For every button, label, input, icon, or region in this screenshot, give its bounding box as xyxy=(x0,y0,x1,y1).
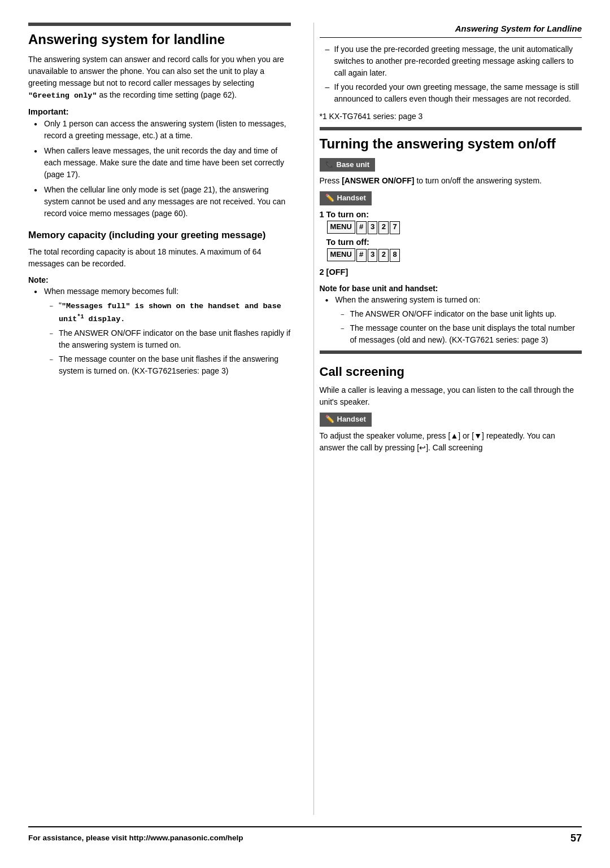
footer-text: For assistance, please visit http://www.… xyxy=(28,832,243,844)
turn-on-label: To turn on: MENU#327 xyxy=(326,209,582,234)
note-sub-bullets: The ANSWER ON/OFF indicator on the base … xyxy=(336,308,582,346)
key-2: 2 xyxy=(378,221,389,234)
note-base-handset-bullets: When the answering system is turned on: … xyxy=(320,294,582,346)
base-unit-body: Press [ANSWER ON/OFF] Press [ANSWER ON/O… xyxy=(320,175,582,187)
section-divider-3 xyxy=(320,350,582,354)
base-unit-icon: 📞 xyxy=(325,160,334,169)
section1-intro: The answering system can answer and reco… xyxy=(28,54,291,102)
step-2-number: 2 xyxy=(320,266,324,278)
important-label: Important: xyxy=(28,106,291,118)
bullet-item: When callers leave messages, the unit re… xyxy=(34,145,291,181)
note-base-handset: Note for base unit and handset: xyxy=(320,283,582,294)
sub-bullet-item: ""Messages full" is shown on the handset… xyxy=(50,300,291,325)
handset-body: To adjust the speaker volume, press [▲] … xyxy=(320,430,582,454)
call-screening-body: While a caller is leaving a message, you… xyxy=(320,384,582,408)
menu-key-2: MENU xyxy=(327,248,355,261)
handset-badge: ✏️ Handset xyxy=(320,191,372,205)
note-label: Note: xyxy=(28,274,291,286)
key-hash-2: # xyxy=(356,249,367,262)
note-bullet: When the answering system is turned on: … xyxy=(325,294,582,346)
section1-title: Answering system for landline xyxy=(28,32,291,48)
right-bullet-2: If you recorded your own greeting messag… xyxy=(325,81,582,105)
step-2-row: 2 [OFF] xyxy=(320,266,582,278)
note-sub-bullet-1: The ANSWER ON/OFF indicator on the base … xyxy=(341,308,582,320)
step-1-number: 1 xyxy=(320,209,324,262)
handset-icon: ✏️ xyxy=(325,193,334,204)
base-unit-badge: 📞 Base unit xyxy=(320,158,376,172)
handset-icon-2: ✏️ xyxy=(325,414,334,425)
step-1-row: 1 To turn on: MENU#327 To turn off: MENU… xyxy=(320,209,582,262)
step-2-content: [OFF] xyxy=(326,266,582,278)
menu-key: MENU xyxy=(327,221,355,234)
note-bullet-item: When message memory becomes full: ""Mess… xyxy=(34,286,291,377)
left-column: Answering system for landline The answer… xyxy=(28,23,297,815)
handset-badge-2: ✏️ Handset xyxy=(320,413,372,427)
right-intro-bullets: If you use the pre-recorded greeting mes… xyxy=(320,43,582,105)
note-sub-bullet-2: The message counter on the base unit dis… xyxy=(341,322,582,346)
key-3b: 3 xyxy=(368,249,378,262)
key-3: 3 xyxy=(368,221,378,234)
page-number: 57 xyxy=(570,831,582,845)
key-hash: # xyxy=(356,221,367,234)
section-divider-1 xyxy=(28,23,291,26)
sub-bullet-item: The message counter on the base unit fla… xyxy=(50,353,291,377)
section-divider-2 xyxy=(320,127,582,130)
right-header: Answering System for Landline xyxy=(320,23,582,38)
page: Answering system for landline The answer… xyxy=(0,0,610,868)
section2-title: Memory capacity (including your greeting… xyxy=(28,229,291,243)
sub-bullets: ""Messages full" is shown on the handset… xyxy=(44,300,291,377)
key-7: 7 xyxy=(390,221,400,234)
key-8: 8 xyxy=(390,249,400,262)
bullet-item: When the cellular line only mode is set … xyxy=(34,184,291,220)
right-bullet-1: If you use the pre-recorded greeting mes… xyxy=(325,43,582,79)
call-screening-title: Call screening xyxy=(320,363,582,381)
section1-bullets: Only 1 person can access the answering s… xyxy=(28,118,291,220)
footer: For assistance, please visit http://www.… xyxy=(28,826,582,845)
sub-bullet-item: The ANSWER ON/OFF indicator on the base … xyxy=(50,327,291,351)
note-bullets: When message memory becomes full: ""Mess… xyxy=(28,286,291,377)
content-area: Answering system for landline The answer… xyxy=(28,23,582,815)
footnote: *1 KX-TG7641 series: page 3 xyxy=(320,111,582,122)
step-1-content: To turn on: MENU#327 To turn off: MENU#3… xyxy=(326,209,582,262)
turn-off-label: To turn off: MENU#328 xyxy=(326,236,582,262)
key-2b: 2 xyxy=(378,249,389,262)
section2-body: The total recording capacity is about 18… xyxy=(28,246,291,270)
section2-title: Turning the answering system on/off xyxy=(320,136,582,152)
right-column: Answering System for Landline If you use… xyxy=(313,23,582,815)
bullet-item: Only 1 person can access the answering s… xyxy=(34,118,291,142)
